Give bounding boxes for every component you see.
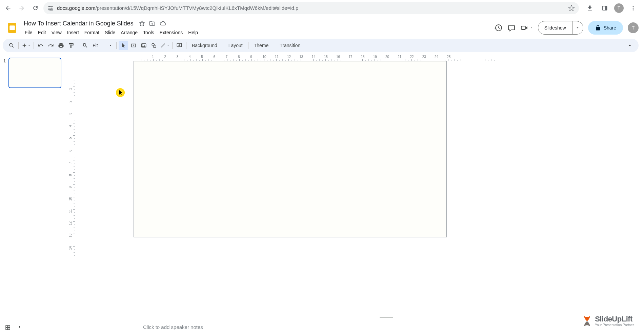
main-area: 1 12345678910111213141516171819202122232…	[0, 55, 644, 333]
layout-button[interactable]: Layout	[225, 41, 246, 50]
menu-extensions[interactable]: Extensions	[157, 28, 185, 37]
svg-rect-20	[8, 326, 10, 327]
chevron-down-icon	[530, 26, 533, 30]
zoom-tool-icon[interactable]	[80, 41, 90, 50]
browser-reload-button[interactable]	[30, 3, 41, 14]
select-tool-button[interactable]	[119, 41, 128, 50]
slideshow-button-group: Slideshow	[538, 21, 583, 35]
svg-rect-22	[8, 328, 10, 330]
slide-thumbnail[interactable]	[8, 58, 61, 88]
line-button[interactable]	[159, 41, 170, 50]
separator	[223, 42, 223, 49]
document-title[interactable]: How To Insert Calendar in Google Slides	[22, 19, 135, 28]
cursor-arrow-icon	[119, 90, 123, 97]
zoom-select[interactable]: Fit	[90, 41, 114, 50]
chevron-down-icon	[576, 26, 580, 30]
separator	[78, 42, 78, 49]
separator	[248, 42, 248, 49]
menu-file[interactable]: File	[22, 28, 35, 37]
menu-help[interactable]: Help	[186, 28, 200, 37]
slide-canvas[interactable]	[134, 61, 447, 237]
zoom-label: Fit	[93, 43, 98, 48]
bookmark-star-icon[interactable]	[568, 5, 575, 12]
shape-button[interactable]	[149, 41, 159, 50]
svg-point-14	[142, 44, 143, 45]
share-button[interactable]: Share	[588, 21, 623, 35]
svg-rect-9	[10, 26, 15, 30]
vertical-ruler[interactable]: 1234567891011121314	[68, 61, 75, 333]
paint-format-button[interactable]	[66, 41, 76, 50]
text-box-button[interactable]	[129, 41, 138, 50]
browser-profile-avatar[interactable]: T	[614, 3, 624, 13]
transition-button[interactable]: Transition	[276, 41, 304, 50]
url-text: docs.google.com/presentation/d/15WqDqmhH…	[57, 5, 565, 11]
svg-point-1	[51, 7, 52, 8]
svg-line-17	[161, 44, 165, 47]
menu-view[interactable]: View	[49, 28, 64, 37]
svg-rect-19	[6, 326, 7, 327]
svg-point-7	[633, 9, 634, 10]
downloads-icon[interactable]	[584, 3, 595, 14]
new-slide-button[interactable]	[21, 41, 32, 50]
menu-slide[interactable]: Slide	[102, 28, 118, 37]
share-label: Share	[604, 25, 616, 31]
add-comment-button[interactable]	[175, 41, 184, 50]
separator	[186, 42, 186, 49]
print-button[interactable]	[56, 41, 66, 50]
menu-insert[interactable]: Insert	[65, 28, 81, 37]
svg-rect-4	[605, 6, 607, 10]
speaker-notes[interactable]: Click to add speaker notes	[136, 323, 637, 333]
menu-arrange[interactable]: Arrange	[118, 28, 140, 37]
cloud-status-icon[interactable]	[159, 20, 166, 27]
menu-edit[interactable]: Edit	[36, 28, 48, 37]
menu-tools[interactable]: Tools	[141, 28, 157, 37]
footer-icons	[5, 325, 22, 332]
theme-button[interactable]: Theme	[250, 41, 272, 50]
version-history-icon[interactable]	[495, 24, 503, 32]
horizontal-ruler[interactable]: 1234567891011121314151617181920212223242…	[75, 55, 640, 61]
video-call-button[interactable]	[520, 24, 533, 32]
chevron-down-icon	[167, 42, 169, 48]
background-button[interactable]: Background	[188, 41, 221, 50]
browser-menu-icon[interactable]	[628, 3, 639, 14]
move-folder-icon[interactable]	[149, 20, 155, 26]
grid-view-icon[interactable]	[5, 325, 11, 332]
toolbar: Fit Background Layout Theme Transition	[3, 39, 639, 52]
hide-menus-button[interactable]	[625, 41, 635, 50]
image-button[interactable]	[139, 41, 148, 50]
header: How To Insert Calendar in Google Slides …	[0, 16, 644, 37]
collapse-panel-icon[interactable]	[17, 325, 22, 332]
svg-point-15	[152, 43, 155, 46]
site-settings-icon[interactable]	[47, 5, 54, 11]
slideshow-dropdown[interactable]	[572, 21, 583, 34]
side-panel-icon[interactable]	[599, 3, 610, 14]
watermark: SlideUpLift Your Presentation Partner	[582, 315, 634, 327]
notes-resize-handle[interactable]	[136, 317, 637, 318]
svg-rect-11	[521, 26, 525, 30]
google-slides-logo[interactable]	[5, 21, 19, 35]
menu-format[interactable]: Format	[82, 28, 102, 37]
lock-icon	[595, 25, 601, 31]
account-avatar[interactable]: T	[628, 22, 639, 33]
search-menus-icon[interactable]	[7, 41, 16, 50]
canvas-area: 1234567891011121314151617181920212223242…	[68, 55, 644, 333]
slideshow-button[interactable]: Slideshow	[538, 21, 572, 34]
undo-button[interactable]	[36, 41, 45, 50]
svg-rect-21	[6, 328, 7, 330]
star-icon[interactable]	[139, 20, 145, 26]
redo-button[interactable]	[46, 41, 56, 50]
separator	[18, 42, 19, 49]
chevron-down-icon	[27, 42, 31, 48]
separator	[274, 42, 274, 49]
browser-back-button[interactable]	[3, 3, 14, 14]
separator	[116, 42, 117, 49]
browser-address-bar[interactable]: docs.google.com/presentation/d/15WqDqmhH…	[43, 2, 579, 14]
svg-point-0	[49, 6, 50, 7]
browser-forward-button[interactable]	[16, 3, 27, 14]
svg-point-6	[633, 7, 634, 8]
slide-thumbnail-panel: 1	[0, 55, 68, 333]
menu-bar: File Edit View Insert Format Slide Arran…	[22, 28, 495, 37]
comments-icon[interactable]	[507, 24, 516, 32]
browser-toolbar: docs.google.com/presentation/d/15WqDqmhH…	[0, 0, 644, 16]
chevron-down-icon	[109, 44, 112, 47]
